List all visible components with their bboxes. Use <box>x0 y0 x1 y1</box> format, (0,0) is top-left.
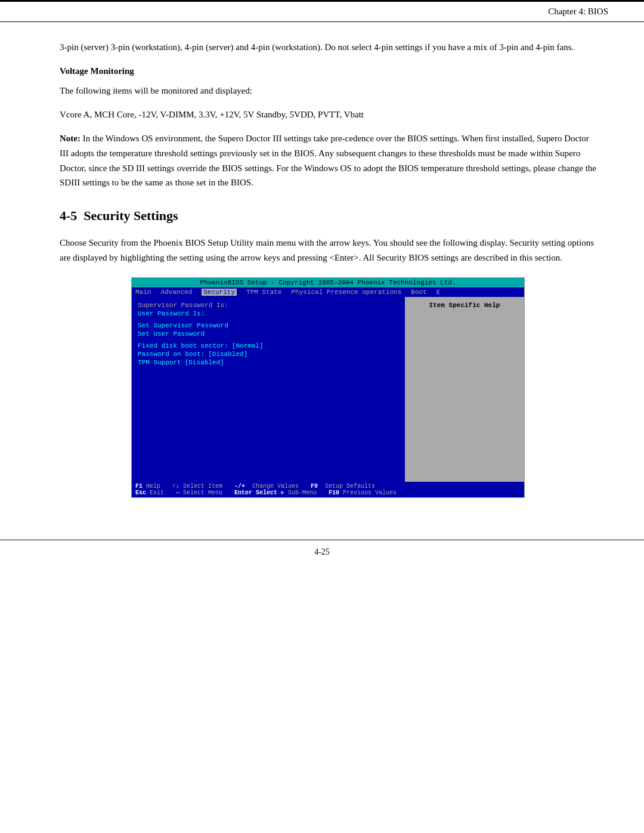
bios-navbar: Main Advanced Security TPM State Physica… <box>132 287 524 297</box>
bios-item-tpm-support-value: [Disabled] <box>185 359 224 366</box>
bios-nav-main[interactable]: Main <box>135 289 151 296</box>
bios-titlebar-text: PhoenixBIOS Setup - Copyright 1985-2004 … <box>200 279 456 286</box>
bios-item-tpm-support-label: TPM Support <box>138 359 181 366</box>
intro-paragraph: 3-pin (server) 3-pin (workstation), 4-pi… <box>60 40 596 54</box>
bios-bottombar-row1: F1 Help ↑↓ Select Item -/+ Change Values… <box>135 483 521 490</box>
chapter-header: Chapter 4: BIOS <box>0 2 644 22</box>
bios-item-supervisor-password[interactable]: Supervisor Password Is: <box>138 302 399 309</box>
bios-item-user-password[interactable]: User Password Is: <box>138 310 399 317</box>
voltage-desc-text: The following items will be monitored an… <box>60 86 252 95</box>
bios-main-area: Supervisor Password Is: User Password Is… <box>132 297 524 482</box>
voltage-items: Vcore A, MCH Core, -12V, V-DIMM, 3.3V, +… <box>60 107 596 122</box>
intro-text: 3-pin (server) 3-pin (workstation), 4-pi… <box>60 42 574 52</box>
bios-setup-defaults-key: F9 Setup Defaults <box>311 483 375 490</box>
bios-nav-extra[interactable]: E <box>436 289 441 296</box>
section-description: Choose Security from the Phoenix BIOS Se… <box>60 236 596 265</box>
voltage-description: The following items will be monitored an… <box>60 83 596 98</box>
section-heading: 4-5 Security Settings <box>60 208 596 224</box>
bios-change-values-key: -/+ Change Values <box>234 483 299 490</box>
voltage-heading: Voltage Monitoring <box>60 66 596 76</box>
note-block: Note: In the Windows OS environment, the… <box>60 131 596 190</box>
bios-titlebar: PhoenixBIOS Setup - Copyright 1985-2004 … <box>132 278 524 287</box>
bios-item-fixed-disk-value: [Normal] <box>232 342 264 349</box>
bios-right-panel: Item Specific Help <box>405 297 524 482</box>
voltage-heading-text: Voltage Monitoring <box>60 66 134 76</box>
bios-select-menu-key: ↔ Select Menu <box>176 490 222 496</box>
bios-item-fixed-disk[interactable]: Fixed disk boot sector: [Normal] <box>138 342 399 349</box>
note-label: Note: <box>60 134 80 143</box>
bios-item-password-boot-label: Password on boot: <box>138 351 205 358</box>
page-number: 4-25 <box>314 547 330 556</box>
bios-previous-values-key: F10 Previous Values <box>329 490 397 496</box>
bios-select-item-key: ↑↓ Select Item <box>172 483 222 490</box>
bios-nav-physical-presence[interactable]: Physical Presence operations <box>291 289 401 296</box>
bios-item-set-user[interactable]: Set User Password <box>138 330 399 337</box>
bios-help-heading-text: Item Specific Help <box>429 302 500 309</box>
voltage-items-text: Vcore A, MCH Core, -12V, V-DIMM, 3.3V, +… <box>60 110 364 119</box>
note-text: In the Windows OS environment, the Super… <box>60 134 596 187</box>
section-title: Security Settings <box>83 208 178 223</box>
bios-item-fixed-disk-label: Fixed disk boot sector: <box>138 342 228 349</box>
bios-item-password-boot[interactable]: Password on boot: [Disabled] <box>138 351 399 358</box>
section-number: 4-5 <box>60 208 77 223</box>
bios-enter-select-key: Enter Select ► Sub-Menu <box>234 490 317 496</box>
page-footer: 4-25 <box>0 540 644 562</box>
bios-item-password-boot-value: [Disabled] <box>208 351 247 358</box>
bios-nav-tpm-state[interactable]: TPM State <box>246 289 281 296</box>
main-content: 3-pin (server) 3-pin (workstation), 4-pi… <box>0 22 644 540</box>
bios-bottombar-row2: Esc Exit ↔ Select Menu Enter Select ► Su… <box>135 490 521 496</box>
bios-help-heading: Item Specific Help <box>411 302 518 309</box>
bios-exit-key: Esc Exit <box>135 490 164 496</box>
bios-item-set-supervisor[interactable]: Set Supervisor Password <box>138 322 399 329</box>
bios-left-panel: Supervisor Password Is: User Password Is… <box>132 297 405 482</box>
bios-nav-advanced[interactable]: Advanced <box>160 289 192 296</box>
bios-nav-boot[interactable]: Boot <box>411 289 426 296</box>
chapter-title-text: Chapter 4: BIOS <box>548 7 608 16</box>
bios-help-key: F1 Help <box>135 483 160 490</box>
bios-screenshot: PhoenixBIOS Setup - Copyright 1985-2004 … <box>131 277 525 498</box>
bios-nav-security[interactable]: Security <box>202 289 237 296</box>
bios-bottombar: F1 Help ↑↓ Select Item -/+ Change Values… <box>132 482 524 497</box>
section-desc-text: Choose Security from the Phoenix BIOS Se… <box>60 238 594 262</box>
bios-item-tpm-support[interactable]: TPM Support [Disabled] <box>138 359 399 366</box>
